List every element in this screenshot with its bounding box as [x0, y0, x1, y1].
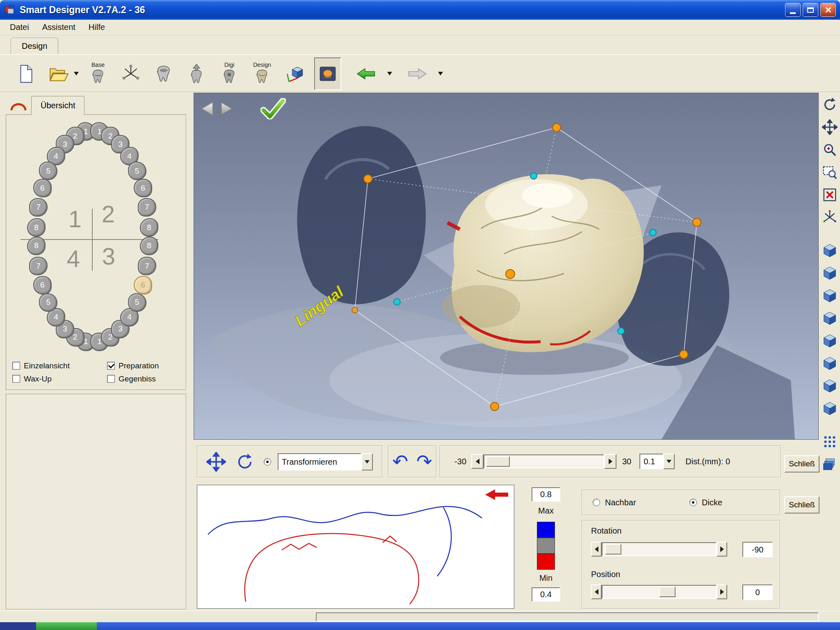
tab-uebersicht[interactable]: Übersicht	[31, 96, 84, 115]
view-cube-iso1-icon[interactable]	[821, 377, 838, 395]
rotation-value-field[interactable]: -90	[742, 542, 773, 557]
position-slider-track[interactable]	[602, 585, 717, 599]
tooth-q4-6[interactable]: 6	[33, 276, 52, 294]
new-file-button[interactable]	[12, 57, 39, 90]
tooth-q4-5[interactable]: 5	[39, 293, 57, 312]
view-cube-left-icon[interactable]	[821, 332, 838, 349]
base-button[interactable]: Base	[84, 57, 112, 90]
open-dropdown-icon[interactable]	[74, 72, 79, 75]
rotate-view-icon[interactable]	[821, 96, 838, 113]
tooth-q1-6[interactable]: 6	[33, 179, 52, 197]
position-right-arrow[interactable]	[717, 584, 727, 599]
reset-view-icon[interactable]	[821, 186, 838, 203]
tooth-q3-6[interactable]: 6	[134, 276, 152, 294]
tooth-q1-7[interactable]: 7	[29, 198, 48, 217]
pan-view-icon[interactable]	[821, 119, 838, 136]
view-cube-back-icon[interactable]	[821, 310, 838, 327]
prev-step-button[interactable]	[200, 101, 215, 116]
gegenbiss-label: Gegenbiss	[119, 374, 156, 383]
digi-button[interactable]: Digi	[216, 57, 243, 90]
nachbar-label: Nachbar	[605, 498, 636, 507]
cross-section-panel[interactable]	[197, 485, 514, 609]
min-value-field[interactable]: 0.4	[532, 587, 560, 602]
step-dropdown-icon[interactable]	[663, 454, 675, 469]
extrude-tooth-button[interactable]	[183, 57, 210, 90]
axes-icon[interactable]	[821, 209, 838, 226]
max-value-field[interactable]: 0.8	[532, 487, 560, 502]
next-step-button[interactable]	[219, 101, 234, 116]
forward-history-dropdown-icon[interactable]	[438, 72, 443, 75]
menu-hilfe[interactable]: Hilfe	[82, 21, 112, 34]
move-icon[interactable]	[206, 452, 226, 472]
tooth-q2-5[interactable]: 5	[128, 162, 146, 180]
selection-view-toggle[interactable]	[314, 57, 341, 90]
transform-group: Transformieren	[197, 445, 382, 477]
tooth-q3-7[interactable]: 7	[138, 257, 156, 275]
view-cube-bottom-icon[interactable]	[821, 265, 838, 282]
rotation-left-arrow[interactable]	[591, 542, 602, 557]
start-button-edge[interactable]	[36, 622, 97, 630]
range-slider-thumb[interactable]	[486, 456, 510, 467]
menu-datei[interactable]: Datei	[3, 21, 36, 34]
back-history-dropdown-icon[interactable]	[387, 72, 392, 75]
nachbar-radio[interactable]	[593, 499, 600, 506]
rotation-slider-thumb[interactable]	[605, 544, 621, 555]
step-spinner[interactable]: 0.1	[639, 454, 675, 469]
view-cube-right-icon[interactable]	[821, 355, 838, 372]
waxup-checkbox[interactable]	[12, 375, 20, 383]
menu-assistent[interactable]: Assistent	[36, 21, 82, 34]
redo-button[interactable]	[416, 452, 432, 471]
range-left-arrow[interactable]	[471, 454, 484, 469]
thickness-legend: 0.8 Max Min 0.4	[530, 485, 562, 609]
coordinate-view-button[interactable]	[281, 57, 308, 90]
position-slider-thumb[interactable]	[659, 587, 676, 597]
gegenbiss-checkbox[interactable]	[107, 375, 115, 383]
close-button[interactable]	[820, 3, 836, 17]
position-value-field[interactable]: 0	[742, 584, 773, 600]
minimize-button[interactable]	[785, 3, 801, 17]
grid-icon[interactable]	[821, 433, 838, 450]
undo-button[interactable]	[392, 452, 408, 471]
rotate-icon[interactable]	[236, 453, 254, 471]
einzelansicht-checkbox[interactable]	[12, 362, 20, 370]
tooth-q3-8[interactable]: 8	[140, 237, 158, 255]
close-button-2[interactable]: Schließ	[784, 496, 819, 514]
zoom-in-icon[interactable]	[821, 141, 838, 158]
confirm-button[interactable]	[260, 98, 286, 119]
rotation-slider-track[interactable]	[602, 542, 717, 556]
zoom-window-icon[interactable]	[821, 164, 838, 181]
tooth-q1-8[interactable]: 8	[27, 218, 46, 237]
range-slider[interactable]	[484, 454, 604, 468]
transform-mode-radio[interactable]	[264, 458, 271, 466]
view-cube-top-icon[interactable]	[821, 242, 838, 259]
close-button-1[interactable]: Schließ	[784, 455, 819, 472]
design-button[interactable]: Design	[249, 57, 276, 90]
range-right-arrow[interactable]	[604, 454, 616, 469]
tooth-q2-8[interactable]: 8	[140, 218, 158, 237]
forward-arrow-button[interactable]	[398, 57, 436, 90]
dicke-radio[interactable]	[689, 499, 697, 506]
layers-icon[interactable]	[821, 456, 838, 473]
tooth-q3-5[interactable]: 5	[128, 293, 146, 312]
maximize-button[interactable]	[803, 3, 818, 17]
view-cube-front-icon[interactable]	[821, 287, 838, 304]
combo-arrow-icon[interactable]	[361, 453, 373, 470]
wax-tooth-button[interactable]	[150, 57, 177, 90]
transform-mode-combo[interactable]: Transformieren	[278, 453, 373, 470]
right-toolbar	[819, 93, 840, 611]
tooth-q4-8[interactable]: 8	[27, 237, 46, 255]
tooth-q1-5[interactable]: 5	[39, 162, 57, 180]
3d-scene[interactable]: Lingual	[194, 93, 818, 439]
open-file-button[interactable]	[45, 57, 72, 90]
view-cube-iso2-icon[interactable]	[821, 400, 838, 417]
rotation-right-arrow[interactable]	[717, 542, 727, 557]
base-button-label: Base	[91, 62, 105, 68]
back-arrow-button[interactable]	[347, 57, 386, 90]
tooth-q2-6[interactable]: 6	[134, 179, 152, 197]
tooth-q2-7[interactable]: 7	[138, 198, 156, 217]
preparation-checkbox[interactable]	[107, 362, 115, 370]
tooth-q4-7[interactable]: 7	[29, 257, 48, 275]
position-left-arrow[interactable]	[591, 584, 602, 599]
axes-tool-button[interactable]	[117, 57, 144, 90]
tab-design[interactable]: Design	[11, 38, 58, 54]
